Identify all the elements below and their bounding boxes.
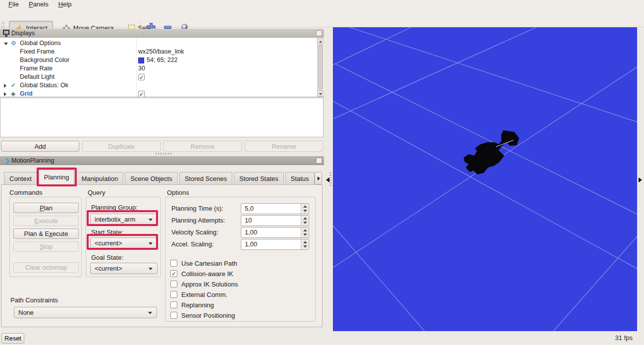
- displays-tree: ⚙Global OptionsFixed Framewx250/base_lin…: [0, 38, 324, 97]
- tree-row-background-color[interactable]: Background Color54; 65; 222: [0, 56, 315, 64]
- spin-down-icon[interactable]: [303, 222, 307, 224]
- start-state-dropdown[interactable]: <current>: [90, 237, 158, 249]
- tab-status[interactable]: Status: [285, 172, 315, 184]
- tree-item-name: Grid: [20, 90, 33, 97]
- collapse-left-icon[interactable]: [326, 177, 329, 182]
- planning-attempts-spinbox[interactable]: 10: [241, 215, 309, 226]
- spin-up-icon[interactable]: [303, 217, 307, 220]
- motion-planning-panel-header[interactable]: MotionPlanning: [0, 156, 324, 165]
- spin-up-icon[interactable]: [303, 241, 307, 243]
- viewport-background: [333, 27, 637, 331]
- tree-row-default-light[interactable]: Default Light✓: [0, 73, 315, 81]
- planning-tab-content: Commands PlanExecutePlan & ExecuteStopCl…: [1, 184, 322, 327]
- tab-stored-states[interactable]: Stored States: [234, 172, 284, 184]
- motion-planning-tab-bar: ContextPlanningManipulationScene Objects…: [4, 172, 315, 185]
- sensor-positioning-checkbox[interactable]: [170, 312, 177, 319]
- expander-right-icon[interactable]: [4, 92, 6, 96]
- scroll-down-icon[interactable]: [317, 90, 323, 97]
- tree-item-checkbox[interactable]: ✓: [138, 74, 145, 80]
- tree-item-checkbox[interactable]: ✓: [138, 91, 145, 97]
- replanning-checkbox[interactable]: [170, 301, 177, 308]
- color-swatch[interactable]: [138, 58, 144, 63]
- expander-down-icon[interactable]: [4, 43, 8, 45]
- spin-up-icon[interactable]: [303, 229, 307, 231]
- tree-row-global-status-ok[interactable]: ✓Global Status: Ok: [0, 81, 315, 90]
- execute-button: Execute: [13, 216, 79, 226]
- spin-down-icon[interactable]: [303, 210, 307, 212]
- menu-item-help[interactable]: Help: [54, 0, 77, 9]
- add-button[interactable]: Add: [1, 141, 79, 152]
- menu-bar: FilePanelsHelp: [0, 0, 644, 9]
- tree-row-grid[interactable]: ◈Grid✓: [0, 90, 315, 97]
- spin-down-icon[interactable]: [303, 245, 307, 248]
- accel-scaling-label: Accel. Scaling:: [171, 240, 214, 248]
- options-group-label: Options: [167, 189, 189, 196]
- right-arrow-icon: [318, 176, 320, 180]
- viewport-splitter-handle[interactable]: [329, 172, 331, 187]
- clear-octomap-button: Clear octomap: [13, 262, 79, 273]
- tree-item-value: 54; 65; 222: [147, 56, 178, 64]
- option-external-comm[interactable]: External Comm.: [170, 290, 227, 298]
- grid-icon: ◈: [11, 90, 15, 97]
- planning-group-label: Planning Group:: [91, 204, 138, 211]
- scrollbar-thumb[interactable]: [318, 45, 323, 89]
- menu-item-panels[interactable]: Panels: [24, 0, 54, 9]
- tab-scene-objects[interactable]: Scene Objects: [125, 172, 178, 184]
- spinner-buttons: [301, 204, 309, 214]
- tab-planning[interactable]: Planning: [39, 170, 75, 185]
- planning-group-dropdown[interactable]: interbotix_arm: [90, 214, 158, 225]
- tree-row-fixed-frame[interactable]: Fixed Framewx250/base_link: [0, 48, 315, 56]
- approx-ik-solutions-checkbox[interactable]: [170, 281, 177, 288]
- tree-item-name: Default Light: [20, 73, 54, 81]
- checkbox-label: Collision-aware IK: [181, 270, 233, 278]
- spinbox-value: 5,0: [245, 204, 254, 214]
- spinner-buttons: [301, 239, 309, 249]
- path-constraints-label: Path Constraints: [10, 296, 58, 304]
- tab-stored-scenes[interactable]: Stored Scenes: [179, 172, 232, 184]
- tree-item-name: Global Options: [20, 39, 61, 48]
- menu-item-file[interactable]: File: [3, 0, 24, 9]
- start-state-value: <current>: [95, 239, 122, 247]
- checkbox-label: Use Cartesian Path: [181, 260, 237, 267]
- planning-time-s-spinbox[interactable]: 5,0: [241, 203, 309, 214]
- tab-context[interactable]: Context: [4, 172, 37, 184]
- option-approx-ik-solutions[interactable]: Approx IK Solutions: [170, 280, 238, 288]
- checkbox-label: Approx IK Solutions: [181, 281, 238, 288]
- collision-aware-ik-checkbox[interactable]: ✓: [170, 270, 177, 277]
- gear-icon: ⚙: [11, 39, 16, 48]
- tab-scroll-right-button[interactable]: [315, 172, 322, 184]
- tab-manipulation[interactable]: Manipulation: [76, 172, 123, 184]
- use-cartesian-path-checkbox[interactable]: [170, 260, 177, 267]
- goal-state-dropdown[interactable]: <current>: [90, 263, 158, 274]
- velocity-scaling-spinbox[interactable]: 1,00: [241, 227, 309, 238]
- collapse-right-icon[interactable]: [639, 177, 642, 182]
- option-collision-aware-ik[interactable]: ✓Collision-aware IK: [170, 270, 233, 278]
- status-ok-icon: ✓: [11, 81, 16, 90]
- displays-float-button[interactable]: [316, 30, 322, 36]
- query-group-label: Query: [88, 189, 105, 196]
- spin-down-icon[interactable]: [303, 233, 307, 236]
- displays-scrollbar[interactable]: [317, 38, 323, 97]
- displays-panel-header[interactable]: Displays: [0, 29, 324, 38]
- panel-splitter-handle[interactable]: [156, 153, 171, 155]
- tree-item-name: Frame Rate: [20, 64, 53, 73]
- 3d-viewport[interactable]: [333, 27, 637, 331]
- plan-button[interactable]: Plan: [13, 203, 79, 213]
- checkbox-label: Replanning: [181, 301, 214, 309]
- path-constraints-dropdown[interactable]: None: [14, 307, 157, 318]
- spin-up-icon[interactable]: [303, 205, 307, 208]
- tree-row-global-options[interactable]: ⚙Global Options: [0, 39, 315, 48]
- accel-scaling-spinbox[interactable]: 1,00: [241, 239, 309, 250]
- checkbox-label: Sensor Positioning: [181, 312, 235, 319]
- option-use-cartesian-path[interactable]: Use Cartesian Path: [170, 259, 237, 267]
- motion-planning-float-button[interactable]: [316, 158, 322, 164]
- plan-execute-button[interactable]: Plan & Execute: [13, 229, 79, 239]
- option-sensor-positioning[interactable]: Sensor Positioning: [170, 311, 235, 319]
- external-comm-checkbox[interactable]: [170, 291, 177, 298]
- expander-right-icon[interactable]: [4, 84, 6, 88]
- reset-button[interactable]: Reset: [1, 333, 24, 344]
- stop-button: Stop: [13, 241, 79, 252]
- option-replanning[interactable]: Replanning: [170, 301, 214, 309]
- scroll-up-icon[interactable]: [317, 38, 323, 45]
- tree-row-frame-rate[interactable]: Frame Rate30: [0, 64, 315, 73]
